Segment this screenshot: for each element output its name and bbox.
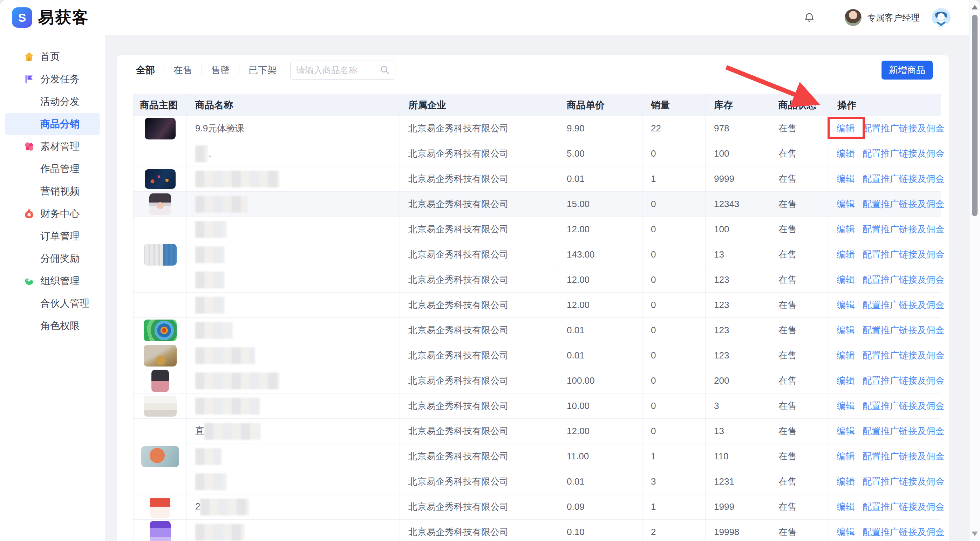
cell-company: 北京易企秀科技有限公司 <box>400 293 558 318</box>
table-row: 北京易企秀科技有限公司100.000200在售编辑配置推广链接及佣金 <box>134 368 941 393</box>
sidebar-item-order-management[interactable]: 订单管理 <box>5 225 100 247</box>
configure-promo-link[interactable]: 配置推广链接及佣金 <box>862 199 945 209</box>
configure-promo-link[interactable]: 配置推广链接及佣金 <box>862 527 945 537</box>
sidebar-item-product-distribution[interactable]: 商品分销 <box>5 113 100 135</box>
sidebar-item-label: 角色权限 <box>40 319 80 333</box>
edit-link[interactable]: 编辑 <box>837 300 855 310</box>
configure-promo-link[interactable]: 配置推广链接及佣金 <box>862 451 945 462</box>
manager-avatar[interactable] <box>845 9 862 26</box>
edit-link[interactable]: 编辑 <box>837 123 855 133</box>
cell-company: 北京易企秀科技有限公司 <box>400 494 558 520</box>
cell-company: 北京易企秀科技有限公司 <box>400 192 558 217</box>
sidebar-item-organization-management[interactable]: 组织管理 <box>5 270 100 292</box>
configure-promo-link[interactable]: 配置推广链接及佣金 <box>862 148 945 159</box>
sidebar-item-partner-management[interactable]: 合伙人管理 <box>5 292 100 315</box>
annotation-highlight-box: 编辑 <box>837 122 862 135</box>
scrollbar-up-arrow-icon[interactable] <box>972 5 978 10</box>
column-header-6: 商品状态 <box>770 94 829 116</box>
cell-sales: 1 <box>643 494 706 520</box>
configure-promo-link[interactable]: 配置推广链接及佣金 <box>862 400 945 411</box>
search-icon[interactable] <box>380 65 390 75</box>
tab-filter-3[interactable]: 已下架 <box>239 64 286 76</box>
edit-link[interactable]: 编辑 <box>837 350 855 360</box>
cell-company: 北京易企秀科技有限公司 <box>400 116 558 141</box>
sidebar-item-finance-center[interactable]: 财务中心 <box>5 203 100 225</box>
cell-sales: 3 <box>643 469 706 494</box>
configure-promo-link[interactable]: 配置推广链接及佣金 <box>862 274 945 285</box>
sidebar-item-material-management[interactable]: 素材管理 <box>5 135 100 158</box>
redacted-name-mosaic <box>195 221 227 238</box>
cell-product-name: 9.9元体验课 <box>187 116 400 141</box>
search-input[interactable] <box>296 65 380 76</box>
cell-unit-price: 143.00 <box>558 242 643 267</box>
cell-operations: 编辑配置推广链接及佣金 <box>829 217 941 242</box>
edit-link[interactable]: 编辑 <box>837 173 855 184</box>
sidebar-item-distribution-tasks[interactable]: 分发任务 <box>5 68 100 90</box>
tab-filter-1[interactable]: 在售 <box>164 64 202 76</box>
cell-company: 北京易企秀科技有限公司 <box>400 242 558 267</box>
cell-product-image <box>134 217 187 242</box>
window-scrollbar[interactable] <box>969 0 980 541</box>
cell-unit-price: 12.00 <box>558 217 643 242</box>
cell-product-name <box>187 217 400 242</box>
cell-unit-price: 5.00 <box>558 141 643 167</box>
edit-link[interactable]: 编辑 <box>837 400 855 411</box>
scrollbar-down-arrow-icon[interactable] <box>972 531 978 536</box>
table-row: 北京易企秀科技有限公司12.000100在售编辑配置推广链接及佣金 <box>134 217 941 242</box>
column-header-0: 商品主图 <box>134 94 187 116</box>
cell-product-image <box>134 293 187 318</box>
sidebar-item-marketing-videos[interactable]: 营销视频 <box>5 180 100 203</box>
cell-product-name <box>187 520 400 541</box>
edit-link[interactable]: 编辑 <box>837 148 855 159</box>
edit-link[interactable]: 编辑 <box>837 375 855 386</box>
cell-company: 北京易企秀科技有限公司 <box>400 141 558 167</box>
configure-promo-link[interactable]: 配置推广链接及佣金 <box>862 426 945 436</box>
redacted-name-mosaic <box>200 498 249 516</box>
cell-product-image <box>134 318 187 343</box>
configure-promo-link[interactable]: 配置推广链接及佣金 <box>862 476 945 487</box>
configure-promo-link[interactable]: 配置推广链接及佣金 <box>862 249 945 260</box>
configure-promo-link[interactable]: 配置推广链接及佣金 <box>862 501 945 512</box>
sidebar-item-commission-rewards[interactable]: 分佣奖励 <box>5 247 100 270</box>
add-product-button[interactable]: 新增商品 <box>881 60 933 79</box>
sidebar-item-home[interactable]: 首页 <box>5 46 100 68</box>
product-thumbnail <box>144 396 177 417</box>
edit-link[interactable]: 编辑 <box>837 199 855 209</box>
tab-filter-0[interactable]: 全部 <box>133 64 164 76</box>
configure-promo-link[interactable]: 配置推广链接及佣金 <box>862 325 945 335</box>
cell-sales: 0 <box>643 217 706 242</box>
edit-link[interactable]: 编辑 <box>837 224 855 235</box>
configure-promo-link[interactable]: 配置推广链接及佣金 <box>862 123 945 133</box>
edit-link[interactable]: 编辑 <box>837 426 855 436</box>
cell-product-image <box>134 242 187 267</box>
scrollbar-thumb[interactable] <box>972 15 978 216</box>
configure-promo-link[interactable]: 配置推广链接及佣金 <box>862 375 945 386</box>
tab-filter-2[interactable]: 售罄 <box>202 64 239 76</box>
edit-link[interactable]: 编辑 <box>837 476 855 487</box>
configure-promo-link[interactable]: 配置推广链接及佣金 <box>862 173 945 184</box>
logo[interactable]: S 易获客 <box>12 0 89 35</box>
edit-link[interactable]: 编辑 <box>837 451 855 462</box>
cell-company: 北京易企秀科技有限公司 <box>400 393 558 419</box>
cell-product-name <box>187 343 400 368</box>
search-box[interactable] <box>290 60 395 79</box>
edit-link[interactable]: 编辑 <box>837 501 855 512</box>
edit-link[interactable]: 编辑 <box>837 527 855 537</box>
edit-link[interactable]: 编辑 <box>837 325 855 335</box>
cell-product-image <box>134 444 187 469</box>
user-avatar[interactable] <box>932 8 951 27</box>
sidebar-item-role-permissions[interactable]: 角色权限 <box>5 315 100 337</box>
cell-product-name <box>187 444 400 469</box>
edit-link[interactable]: 编辑 <box>837 274 855 285</box>
cell-company: 北京易企秀科技有限公司 <box>400 419 558 444</box>
sidebar-item-works-management[interactable]: 作品管理 <box>5 158 100 180</box>
cell-sales: 1 <box>643 167 706 192</box>
configure-promo-link[interactable]: 配置推广链接及佣金 <box>862 350 945 360</box>
configure-promo-link[interactable]: 配置推广链接及佣金 <box>862 300 945 310</box>
sidebar-item-activity-distribution[interactable]: 活动分发 <box>5 90 100 113</box>
toolbar: 全部在售售罄已下架 新增商品 <box>133 60 933 80</box>
sidebar-item-label: 财务中心 <box>40 207 80 221</box>
edit-link[interactable]: 编辑 <box>837 249 855 260</box>
notification-bell-icon[interactable] <box>803 11 815 24</box>
configure-promo-link[interactable]: 配置推广链接及佣金 <box>862 224 945 235</box>
